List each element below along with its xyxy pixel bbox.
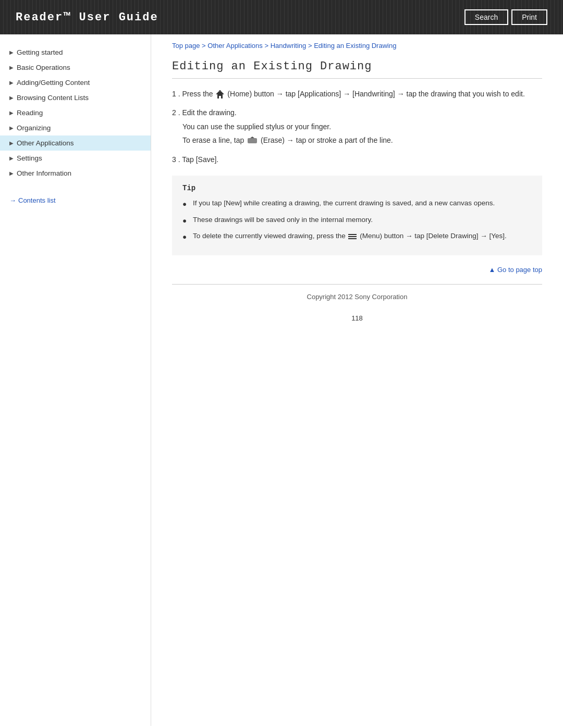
chevron-right-icon: ▶ (9, 95, 14, 101)
chevron-right-icon: ▶ (9, 155, 14, 161)
breadcrumb-handwriting[interactable]: Handwriting (271, 42, 307, 50)
erase-icon (247, 137, 258, 145)
sidebar-item-reading[interactable]: ▶ Reading (0, 105, 151, 120)
sidebar-item-basic-operations[interactable]: ▶ Basic Operations (0, 60, 151, 75)
menu-icon (348, 234, 357, 239)
tip-label: Tip (182, 184, 532, 192)
breadcrumb-sep3: > (306, 42, 314, 50)
header: Reader™ User Guide Search Print (0, 0, 563, 34)
sidebar-item-browsing[interactable]: ▶ Browsing Content Lists (0, 90, 151, 105)
sidebar-label: Basic Operations (17, 64, 70, 71)
sidebar-item-adding-content[interactable]: ▶ Adding/Getting Content (0, 75, 151, 90)
sidebar-item-getting-started[interactable]: ▶ Getting started (0, 45, 151, 60)
print-button[interactable]: Print (511, 9, 547, 25)
layout: ▶ Getting started ▶ Basic Operations ▶ A… (0, 34, 563, 726)
breadcrumb-top[interactable]: Top page (172, 42, 200, 50)
sidebar-item-other-applications[interactable]: ▶ Other Applications (0, 135, 151, 151)
breadcrumb: Top page > Other Applications > Handwrit… (172, 34, 542, 55)
page-title: Editing an Existing Drawing (172, 60, 542, 79)
bullet-icon: ● (182, 231, 189, 243)
breadcrumb-sep1: > (200, 42, 208, 50)
contents-list-link[interactable]: → Contents list (0, 191, 151, 209)
tip-text-3: To delete the currently viewed drawing, … (193, 230, 507, 242)
sidebar: ▶ Getting started ▶ Basic Operations ▶ A… (0, 34, 151, 726)
sidebar-label: Organizing (17, 124, 51, 132)
header-buttons: Search Print (464, 9, 547, 25)
step-2-sub2: To erase a line, tap (Erase) → tap or st… (182, 134, 542, 146)
sidebar-label: Settings (17, 154, 42, 162)
breadcrumb-current[interactable]: Editing an Existing Drawing (314, 42, 396, 50)
sidebar-item-other-information[interactable]: ▶ Other Information (0, 166, 151, 181)
sidebar-item-settings[interactable]: ▶ Settings (0, 151, 151, 166)
tip-box: Tip ● If you tap [New] while creating a … (172, 176, 542, 255)
chevron-right-icon: ▶ (9, 65, 14, 70)
sidebar-item-organizing[interactable]: ▶ Organizing (0, 120, 151, 135)
svg-rect-1 (219, 90, 221, 92)
step-1-text: (Home) button → tap [Applications] → [Ha… (225, 90, 524, 98)
tip-item-3: ● To delete the currently viewed drawing… (182, 230, 532, 243)
tip-text-1: If you tap [New] while creating a drawin… (193, 198, 495, 209)
sidebar-label: Reading (17, 109, 43, 117)
step-1: 1 . Press the (Home) button → tap [Appli… (172, 88, 542, 100)
step-2-sub1: You can use the supplied stylus or your … (182, 121, 542, 132)
chevron-right-icon: ▶ (9, 50, 14, 55)
sidebar-label: Adding/Getting Content (17, 79, 90, 87)
chevron-right-icon: ▶ (9, 140, 14, 146)
bullet-icon: ● (182, 215, 189, 227)
sidebar-label: Getting started (17, 48, 63, 56)
step-1-num: 1 . Press the (172, 90, 215, 98)
contents-list-label: Contents list (18, 196, 56, 204)
chevron-right-icon: ▶ (9, 110, 14, 116)
sidebar-label: Other Information (17, 169, 71, 177)
bullet-icon: ● (182, 199, 189, 210)
chevron-right-icon: ▶ (9, 80, 14, 85)
main-content: Top page > Other Applications > Handwrit… (151, 34, 563, 726)
page-number: 118 (172, 309, 542, 327)
svg-rect-2 (248, 138, 257, 143)
home-icon (216, 90, 224, 99)
chevron-right-icon: ▶ (9, 170, 14, 176)
sidebar-label: Other Applications (17, 139, 74, 147)
search-button[interactable]: Search (464, 9, 508, 25)
step-3: 3 . Tap [Save]. (172, 154, 542, 165)
breadcrumb-other-apps[interactable]: Other Applications (207, 42, 263, 50)
footer-bar: Copyright 2012 Sony Corporation (172, 284, 542, 309)
svg-marker-3 (250, 137, 254, 138)
tip-item-1: ● If you tap [New] while creating a draw… (182, 198, 532, 210)
copyright-text: Copyright 2012 Sony Corporation (307, 293, 408, 301)
chevron-right-icon: ▶ (9, 125, 14, 131)
content-body: 1 . Press the (Home) button → tap [Appli… (172, 88, 542, 274)
step-2-main: 2 . Edit the drawing. (172, 108, 237, 117)
tip-text-2: These drawings will be saved only in the… (193, 214, 373, 226)
go-to-page-top-link[interactable]: ▲ Go to page top (172, 266, 542, 274)
sidebar-label: Browsing Content Lists (17, 94, 89, 102)
step-3-text: 3 . Tap [Save]. (172, 155, 218, 164)
step-2: 2 . Edit the drawing. You can use the su… (172, 107, 542, 146)
tip-item-2: ● These drawings will be saved only in t… (182, 214, 532, 227)
header-title: Reader™ User Guide (16, 11, 158, 24)
breadcrumb-sep2: > (263, 42, 271, 50)
arrow-right-icon: → (9, 196, 16, 204)
